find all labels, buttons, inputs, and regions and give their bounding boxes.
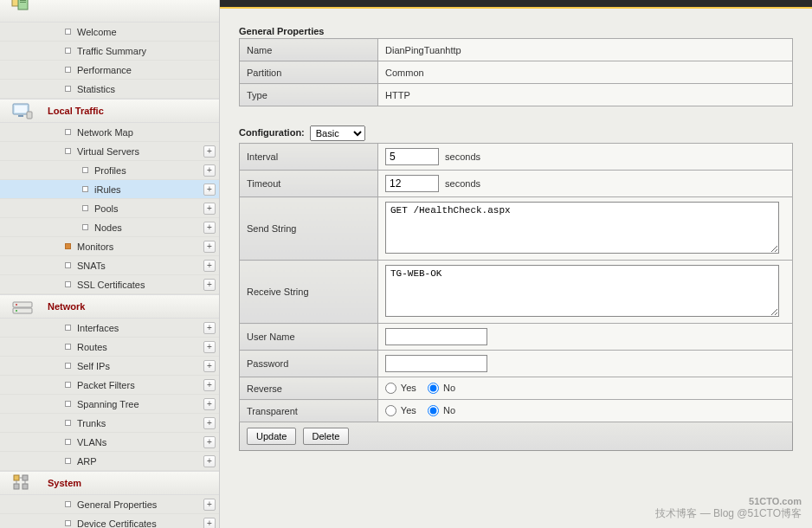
sidebar-item-label: iRules [94, 184, 121, 195]
reverse-yes-radio[interactable] [385, 383, 396, 394]
sidebar-item-traffic-summary[interactable]: Traffic Summary [0, 42, 219, 61]
sidebar-item-general-properties[interactable]: General Properties+ [0, 495, 219, 514]
add-icon[interactable]: + [203, 518, 216, 529]
receive-string-textarea[interactable] [385, 265, 779, 317]
bullet-icon [65, 29, 71, 35]
bullet-icon [65, 401, 71, 407]
update-button[interactable]: Update [247, 428, 296, 445]
sidebar-item-spanning-tree[interactable]: Spanning Tree+ [0, 395, 219, 414]
svg-rect-5 [20, 2, 26, 3]
add-icon[interactable]: + [203, 203, 216, 215]
add-icon[interactable]: + [203, 398, 216, 410]
transparent-no-radio[interactable] [428, 405, 439, 416]
sidebar-item-vlans[interactable]: VLANs+ [0, 433, 219, 452]
bullet-icon [65, 262, 71, 268]
sidebar-item-profiles[interactable]: Profiles+ [0, 161, 219, 180]
add-icon[interactable]: + [203, 379, 216, 391]
gp-label-partition: Partition [240, 61, 378, 84]
sidebar-item-label: Statistics [77, 84, 115, 94]
sidebar-item-label: Welcome [77, 27, 117, 37]
svg-rect-15 [23, 475, 28, 480]
delete-button[interactable]: Delete [303, 428, 350, 445]
add-icon[interactable]: + [203, 360, 216, 372]
send-string-label: Send String [240, 197, 378, 261]
transparent-yes-radio[interactable] [385, 405, 396, 416]
sidebar-item-self-ips[interactable]: Self IPs+ [0, 357, 219, 376]
gp-value-partition: Common [378, 61, 793, 84]
sidebar-item-label: Network Map [77, 127, 133, 138]
sidebar-item-packet-filters[interactable]: Packet Filters+ [0, 376, 219, 395]
overview-icon [11, 0, 34, 12]
sidebar-item-interfaces[interactable]: Interfaces+ [0, 319, 219, 338]
add-icon[interactable]: + [203, 341, 216, 353]
sidebar-item-label: Routes [77, 342, 107, 352]
sidebar-item-label: Monitors [77, 241, 113, 252]
system-icon [11, 473, 34, 493]
add-icon[interactable]: + [203, 322, 216, 334]
svg-rect-14 [14, 475, 19, 480]
add-icon[interactable]: + [203, 184, 216, 196]
sidebar-item-label: Device Certificates [77, 518, 157, 529]
interval-seconds-label: seconds [445, 151, 480, 162]
bullet-icon [65, 344, 71, 350]
sidebar-item-network-map[interactable]: Network Map [0, 123, 219, 142]
sidebar-item-label: Performance [77, 65, 132, 75]
add-icon[interactable]: + [203, 499, 216, 511]
network-header-label: Network [48, 301, 85, 312]
add-icon[interactable]: + [203, 260, 216, 272]
add-icon[interactable]: + [203, 222, 216, 234]
bullet-icon [65, 363, 71, 369]
add-icon[interactable]: + [203, 279, 216, 291]
sidebar-item-routes[interactable]: Routes+ [0, 338, 219, 357]
svg-point-13 [16, 310, 17, 312]
sidebar-item-label: Profiles [94, 165, 126, 176]
sidebar-item-label: VLANs [77, 437, 106, 448]
sidebar-item-monitors[interactable]: Monitors+ [0, 237, 219, 256]
add-icon[interactable]: + [203, 145, 216, 158]
sidebar-item-label: General Properties [77, 499, 157, 510]
nav-section-network: Network [0, 294, 219, 319]
sidebar-item-virtual-servers[interactable]: Virtual Servers+ [0, 142, 219, 161]
sidebar-item-statistics[interactable]: Statistics [0, 80, 219, 99]
bullet-icon [65, 148, 71, 154]
timeout-input[interactable] [385, 175, 439, 192]
configuration-select[interactable]: Basic [310, 126, 365, 141]
sidebar-item-nodes[interactable]: Nodes+ [0, 218, 219, 237]
gp-label-name: Name [240, 39, 378, 61]
receive-string-label: Receive String [240, 261, 378, 324]
sidebar-item-device-certificates[interactable]: Device Certificates+ [0, 514, 219, 528]
send-string-textarea[interactable] [385, 202, 779, 254]
sidebar-item-welcome[interactable]: Welcome [0, 23, 219, 42]
sidebar-item-label: Spanning Tree [77, 399, 139, 409]
bullet-icon [82, 186, 88, 192]
reverse-no-radio[interactable] [428, 383, 439, 394]
sidebar-item-label: Self IPs [77, 361, 110, 371]
system-header-label: System [48, 478, 81, 488]
bullet-icon [65, 48, 71, 54]
bullet-icon [65, 501, 71, 507]
sidebar-item-label: Packet Filters [77, 380, 135, 390]
sidebar-item-label: Nodes [94, 222, 122, 233]
sidebar-item-trunks[interactable]: Trunks+ [0, 414, 219, 433]
sidebar-item-arp[interactable]: ARP+ [0, 452, 219, 471]
add-icon[interactable]: + [203, 455, 216, 467]
transparent-label: Transparent [240, 400, 378, 422]
add-icon[interactable]: + [203, 241, 216, 253]
sidebar-item-irules[interactable]: iRules+ [0, 180, 219, 199]
password-input[interactable] [385, 355, 487, 372]
general-properties-title: General Properties [239, 26, 793, 36]
interval-label: Interval [240, 144, 378, 171]
user-name-input[interactable] [385, 328, 487, 345]
add-icon[interactable]: + [203, 417, 216, 429]
sidebar-item-pools[interactable]: Pools+ [0, 199, 219, 218]
bullet-icon [82, 205, 88, 211]
bullet-icon [65, 458, 71, 464]
sidebar-item-snats[interactable]: SNATs+ [0, 256, 219, 275]
bullet-icon [82, 224, 88, 230]
interval-input[interactable] [385, 148, 439, 165]
sidebar-item-performance[interactable]: Performance [0, 61, 219, 80]
add-icon[interactable]: + [203, 436, 216, 448]
add-icon[interactable]: + [203, 164, 216, 177]
reverse-label: Reverse [240, 377, 378, 400]
sidebar-item-ssl-certificates[interactable]: SSL Certificates+ [0, 275, 219, 294]
